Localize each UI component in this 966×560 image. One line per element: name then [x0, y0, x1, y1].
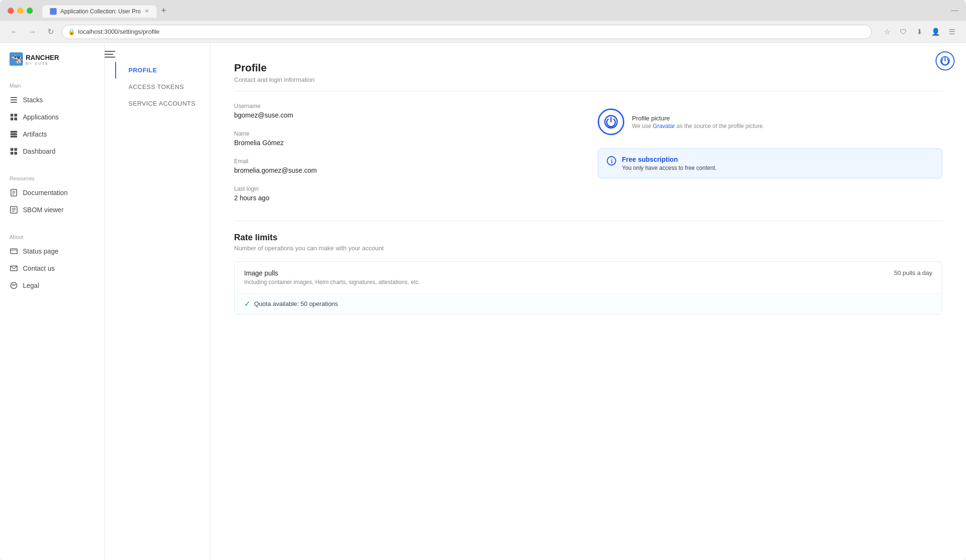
account-button[interactable]: 👤 [929, 25, 942, 39]
hamburger-button[interactable] [105, 50, 115, 60]
quota-row: ✓ Quota available: 50 operations [235, 294, 942, 314]
sidebar-item-stacks[interactable]: Stacks [0, 91, 104, 108]
rate-limits-title: Rate limits [234, 233, 942, 243]
profile-grid: Username bgomez@suse.com Name Bromelia G… [234, 103, 942, 202]
toolbar-actions: ☆ 🛡 ⬇ 👤 ☰ [880, 25, 958, 39]
name-label: Name [234, 130, 579, 137]
svg-rect-8 [14, 114, 17, 117]
menu-button[interactable]: ☰ [945, 25, 958, 39]
gravatar-link[interactable]: Gravatar [653, 123, 675, 129]
sidebar-item-label-dashboard: Dashboard [23, 147, 56, 155]
bookmark-button[interactable]: ☆ [880, 25, 894, 39]
user-power-button[interactable] [936, 51, 955, 70]
subscription-desc: You only have access to free content. [622, 165, 717, 171]
nav-service-accounts[interactable]: SERVICE ACCOUNTS [115, 95, 210, 112]
quota-text: Quota available: 50 operations [254, 300, 338, 307]
svg-text:BY SUSE: BY SUSE [26, 61, 49, 66]
email-field: Email bromelia.gomez@suse.com [234, 158, 579, 174]
power-button-area [936, 51, 955, 70]
mail-icon [10, 264, 18, 273]
svg-rect-6 [10, 102, 17, 103]
forward-button[interactable]: → [26, 25, 39, 39]
browser-toolbar: ← → ↻ 🔒 localhost:3000/settings/profile … [0, 21, 966, 43]
svg-rect-26 [10, 249, 17, 254]
rate-limits-header: Image pulls Including container images, … [235, 262, 942, 294]
image-pulls-value: 50 pulls a day [894, 269, 932, 276]
reload-button[interactable]: ↻ [44, 25, 57, 39]
profile-left: Username bgomez@suse.com Name Bromelia G… [234, 103, 579, 202]
status-icon [10, 247, 18, 255]
subscription-info: Free subscription You only have access t… [622, 156, 717, 171]
sbom-icon [10, 206, 18, 214]
app-container: 🐄 RANCHER BY SUSE Main Stacks Applicatio… [0, 43, 966, 560]
username-label: Username [234, 103, 579, 109]
grid-icon [10, 113, 18, 121]
email-label: Email [234, 158, 579, 165]
sidebar-item-label-status: Status page [23, 247, 59, 255]
nav-access-tokens[interactable]: ACCESS TOKENS [115, 79, 210, 95]
username-field: Username bgomez@suse.com [234, 103, 579, 119]
last-login-value: 2 hours ago [234, 194, 579, 202]
sidebar-item-documentation[interactable]: Documentation [0, 184, 104, 201]
window-minimize[interactable]: — [951, 6, 958, 15]
sidebar-item-label-applications: Applications [23, 113, 59, 121]
sidebar: 🐄 RANCHER BY SUSE Main Stacks Applicatio… [0, 43, 105, 560]
rate-limits-left: Image pulls Including container images, … [244, 269, 420, 285]
subscription-title: Free subscription [622, 156, 717, 163]
svg-rect-4 [10, 97, 17, 98]
browser-tabs: Application Collection: User Pro ✕ + [42, 4, 170, 18]
url-text: localhost:3000/settings/profile [78, 28, 159, 35]
address-bar[interactable]: 🔒 localhost:3000/settings/profile [62, 25, 872, 39]
sidebar-item-status[interactable]: Status page [0, 243, 104, 260]
subscription-box: i Free subscription You only have access… [598, 148, 942, 178]
sidebar-item-legal[interactable]: Legal [0, 277, 104, 294]
dashboard-icon [10, 147, 18, 156]
close-button[interactable] [8, 8, 14, 14]
doc-icon [10, 188, 18, 197]
email-value: bromelia.gomez@suse.com [234, 167, 579, 174]
svg-rect-14 [10, 148, 13, 151]
profile-right: Profile picture We use Gravatar as the s… [598, 103, 942, 202]
page-subtitle: Contact and login information [234, 76, 942, 83]
avatar [598, 108, 624, 135]
power-icon-top [940, 56, 950, 66]
power-icon [604, 115, 618, 129]
sidebar-item-contact[interactable]: Contact us [0, 260, 104, 277]
page-title: Profile [234, 62, 942, 74]
resources-section-label: Resources [0, 168, 104, 184]
sidebar-item-sbom[interactable]: SBOM viewer [0, 201, 104, 218]
image-pulls-name: Image pulls [244, 269, 420, 277]
svg-rect-17 [14, 152, 17, 155]
svg-rect-16 [10, 152, 13, 155]
svg-rect-12 [10, 133, 17, 135]
list-icon [10, 96, 18, 104]
nav-profile[interactable]: PROFILE [115, 62, 210, 79]
sidebar-item-applications[interactable]: Applications [0, 108, 104, 126]
sidebar-item-artifacts[interactable]: Artifacts [0, 126, 104, 143]
rancher-logo-svg: 🐄 RANCHER BY SUSE [10, 50, 62, 68]
profile-picture-box: Profile picture We use Gravatar as the s… [598, 103, 942, 141]
profile-picture-info: Profile picture We use Gravatar as the s… [632, 115, 764, 129]
sidebar-item-dashboard[interactable]: Dashboard [0, 143, 104, 160]
minimize-button[interactable] [17, 8, 23, 14]
legal-icon [10, 281, 18, 290]
image-pulls-desc: Including container images, Helm charts,… [244, 279, 420, 285]
svg-rect-13 [10, 136, 17, 138]
maximize-button[interactable] [27, 8, 33, 14]
shield-button[interactable]: 🛡 [897, 25, 910, 39]
active-tab[interactable]: Application Collection: User Pro ✕ [42, 5, 157, 18]
back-button[interactable]: ← [8, 25, 21, 39]
new-tab-button[interactable]: + [158, 4, 170, 18]
sidebar-logo: 🐄 RANCHER BY SUSE [0, 43, 104, 75]
sidebar-item-label-legal: Legal [23, 282, 39, 289]
sidebar-item-label-sbom: SBOM viewer [23, 206, 64, 214]
last-login-field: Last login 2 hours ago [234, 186, 579, 202]
download-button[interactable]: ⬇ [913, 25, 926, 39]
settings-nav: PROFILE ACCESS TOKENS SERVICE ACCOUNTS [115, 43, 210, 560]
tab-close-button[interactable]: ✕ [145, 8, 149, 14]
name-value: Bromelia Gómez [234, 139, 579, 147]
profile-content: Profile Contact and login information Us… [210, 43, 966, 560]
about-section-label: About [0, 226, 104, 243]
svg-rect-10 [14, 118, 17, 120]
svg-text:i: i [611, 158, 613, 165]
